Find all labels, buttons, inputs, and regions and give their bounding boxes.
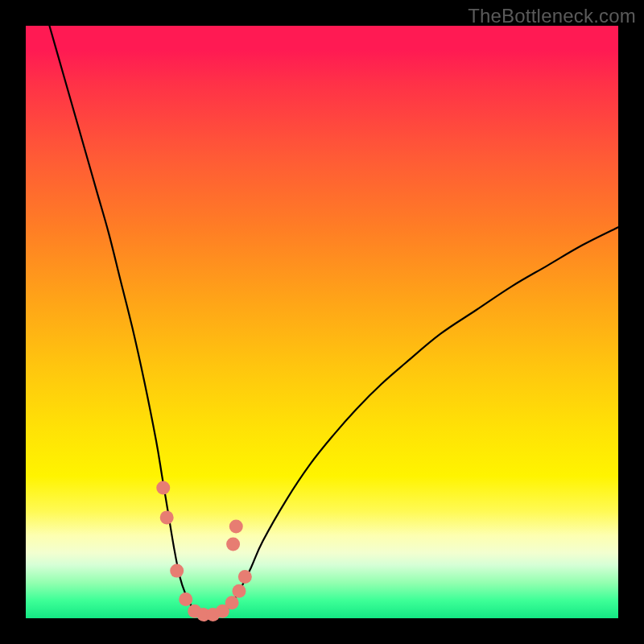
curve-svg [26,26,618,618]
data-marker [170,564,184,578]
data-marker [225,596,239,609]
data-marker [226,538,240,551]
data-marker [229,519,243,533]
marker-group [156,481,252,622]
watermark-text: TheBottleneck.com [468,5,636,27]
data-marker [160,510,174,524]
plot-area [26,26,618,618]
data-marker [232,584,246,598]
data-marker [179,592,192,606]
data-marker [238,570,252,584]
chart-frame: TheBottleneck.com [0,0,644,644]
data-marker [156,481,170,495]
bottleneck-curve [49,26,618,616]
